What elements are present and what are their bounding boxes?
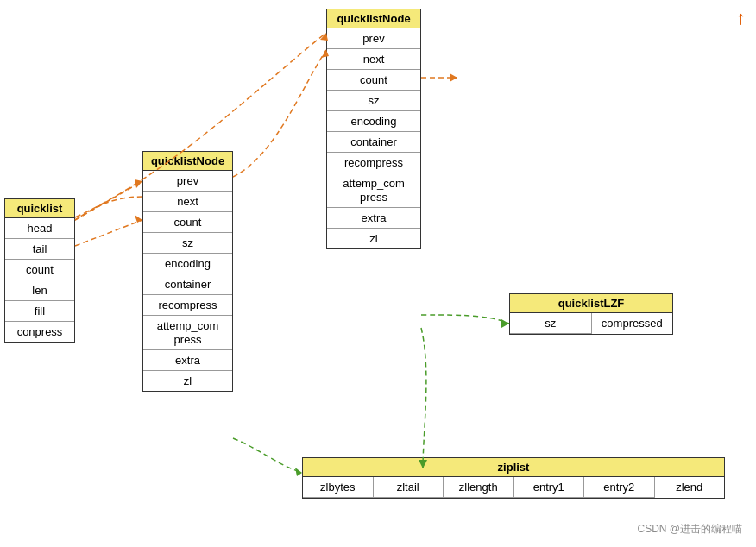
ziplist-title: ziplist <box>303 458 724 477</box>
zip-zltail: zltail <box>374 477 444 498</box>
svg-marker-6 <box>450 73 457 82</box>
quicklist-field-head: head <box>5 218 74 239</box>
qln-right-recompress: recompress <box>327 153 420 173</box>
qlzf-compressed: compressed <box>592 313 673 334</box>
qln-left-recompress: recompress <box>143 295 232 316</box>
qln-left-extra: extra <box>143 350 232 371</box>
qln-left-struct: quicklistNode prev next count sz encodin… <box>142 151 233 392</box>
qln-left-next: next <box>143 192 232 212</box>
zip-entry1: entry1 <box>514 477 585 498</box>
qlzf-sz: sz <box>510 313 592 334</box>
qln-left-title: quicklistNode <box>143 152 232 171</box>
quicklist-struct: quicklist head tail count len fill conpr… <box>4 198 75 343</box>
zip-zlend: zlend <box>655 477 725 498</box>
quicklist-field-len: len <box>5 280 74 301</box>
qln-right-encoding: encoding <box>327 111 420 132</box>
top-right-icon: ↑ <box>736 7 746 29</box>
quicklist-title: quicklist <box>5 199 74 218</box>
quicklist-field-count: count <box>5 260 74 280</box>
qlzf-title: quicklistLZF <box>510 294 672 313</box>
qln-right-attemp: attemp_compress <box>327 173 420 208</box>
svg-marker-9 <box>501 319 509 328</box>
qln-left-encoding: encoding <box>143 254 232 274</box>
qlzf-struct: quicklistLZF sz compressed <box>509 293 673 335</box>
qln-left-attemp: attemp_compress <box>143 316 232 350</box>
quicklist-field-fill: fill <box>5 301 74 322</box>
svg-line-2 <box>75 220 142 246</box>
qln-left-prev: prev <box>143 171 232 192</box>
qln-right-sz: sz <box>327 91 420 111</box>
qln-right-struct: quicklistNode prev next count sz encodin… <box>326 9 421 249</box>
qln-right-container: container <box>327 132 420 153</box>
qln-right-prev: prev <box>327 28 420 49</box>
ziplist-struct: ziplist zlbytes zltail zllength entry1 e… <box>302 457 725 499</box>
watermark: CSDN @进击的编程喵 <box>637 522 742 537</box>
quicklist-field-conpress: conpress <box>5 322 74 342</box>
qln-right-zl: zl <box>327 229 420 248</box>
qln-right-next: next <box>327 49 420 70</box>
quicklist-field-tail: tail <box>5 239 74 260</box>
qln-right-title: quicklistNode <box>327 9 420 28</box>
svg-marker-7 <box>295 468 302 476</box>
qln-left-container: container <box>143 274 232 295</box>
qln-left-zl: zl <box>143 371 232 391</box>
svg-line-0 <box>75 181 142 220</box>
zip-zlbytes: zlbytes <box>303 477 374 498</box>
qln-left-count: count <box>143 212 232 233</box>
qln-right-count: count <box>327 70 420 91</box>
zip-entry2: entry2 <box>584 477 655 498</box>
zip-zllength: zllength <box>444 477 514 498</box>
svg-marker-3 <box>135 215 142 223</box>
qln-right-extra: extra <box>327 208 420 229</box>
svg-marker-1 <box>135 179 142 188</box>
qln-left-sz: sz <box>143 233 232 254</box>
